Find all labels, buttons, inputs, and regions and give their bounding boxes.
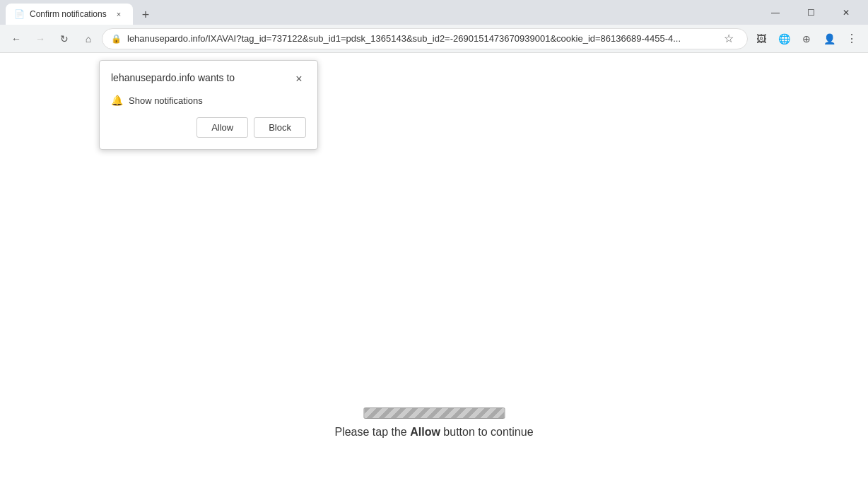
bottom-content: Please tap the Allow button to continue [334, 407, 533, 439]
toolbar-icons: 🖼 🌐 ⊕ 👤 ⋮ [751, 28, 862, 49]
minimize-button[interactable]: — [759, 0, 792, 25]
popup-header: lehanusepardo.info wants to × [111, 72, 306, 86]
notification-popup: lehanusepardo.info wants to × 🔔 Show not… [99, 60, 318, 150]
active-tab[interactable]: 📄 Confirm notifications × [6, 4, 133, 25]
please-tap-text: Please tap the Allow button to continue [334, 426, 533, 439]
please-tap-before: Please tap the [334, 426, 410, 438]
tab-title-label: Confirm notifications [30, 9, 107, 19]
please-tap-after: button to continue [440, 426, 534, 438]
page-content: lehanusepardo.info wants to × 🔔 Show not… [0, 53, 868, 488]
close-tab-button[interactable]: × [113, 8, 124, 20]
extensions-button-1[interactable]: 🖼 [751, 28, 772, 49]
bell-icon: 🔔 [111, 95, 123, 106]
back-button[interactable]: ← [6, 28, 27, 49]
progress-bar [363, 407, 505, 419]
address-text: lehanusepardo.info/IXAVAI?tag_id=737122&… [127, 33, 713, 44]
popup-row-text: Show notifications [129, 95, 203, 106]
maximize-button[interactable]: ☐ [794, 0, 827, 25]
popup-title: lehanusepardo.info wants to [111, 72, 235, 83]
window-controls: — ☐ ✕ [759, 0, 862, 25]
popup-close-button[interactable]: × [292, 72, 306, 86]
please-tap-bold: Allow [410, 426, 440, 438]
menu-button[interactable]: ⋮ [841, 28, 862, 49]
new-tab-button[interactable]: + [136, 5, 156, 25]
titlebar: 📄 Confirm notifications × + — ☐ ✕ [0, 0, 868, 25]
popup-notification-row: 🔔 Show notifications [111, 95, 306, 106]
extensions-button-2[interactable]: 🌐 [773, 28, 794, 49]
popup-buttons: Allow Block [111, 117, 306, 138]
forward-button[interactable]: → [30, 28, 51, 49]
profile-button[interactable]: 👤 [819, 28, 840, 49]
lock-icon: 🔒 [111, 34, 122, 44]
tab-strip: 📄 Confirm notifications × + [6, 0, 759, 25]
close-window-button[interactable]: ✕ [830, 0, 862, 25]
navbar: ← → ↻ ⌂ 🔒 lehanusepardo.info/IXAVAI?tag_… [0, 25, 868, 53]
reload-button[interactable]: ↻ [54, 28, 75, 49]
bookmark-star-button[interactable]: ☆ [719, 29, 739, 49]
tab-page-icon: 📄 [14, 9, 24, 19]
allow-button[interactable]: Allow [197, 117, 248, 138]
home-button[interactable]: ⌂ [78, 28, 99, 49]
extensions-button-3[interactable]: ⊕ [796, 28, 817, 49]
address-bar[interactable]: 🔒 lehanusepardo.info/IXAVAI?tag_id=73712… [102, 28, 748, 49]
block-button[interactable]: Block [254, 117, 306, 138]
